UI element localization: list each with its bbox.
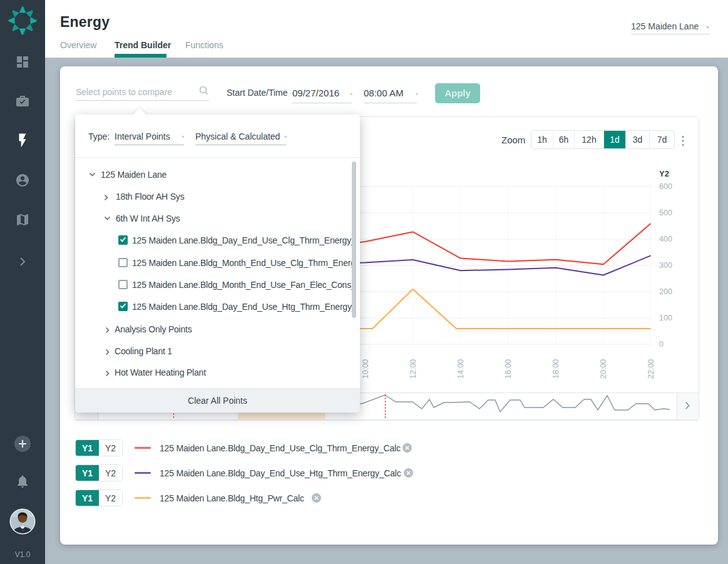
svg-text:Y2: Y2: [659, 169, 669, 178]
svg-text:22:00: 22:00: [647, 359, 655, 379]
svg-text:500: 500: [659, 208, 672, 217]
svg-text:18:00: 18:00: [551, 359, 560, 379]
svg-text:10:00: 10:00: [361, 359, 370, 379]
svg-text:200: 200: [659, 287, 672, 296]
svg-text:16:00: 16:00: [504, 359, 513, 379]
svg-text:20:00: 20:00: [599, 359, 608, 379]
svg-text:400: 400: [659, 235, 672, 244]
svg-text:12:00: 12:00: [409, 359, 418, 379]
svg-text:0: 0: [659, 340, 664, 349]
svg-text:300: 300: [659, 261, 672, 270]
svg-text:100: 100: [659, 314, 672, 322]
svg-text:600: 600: [659, 182, 672, 191]
svg-text:14:00: 14:00: [456, 359, 465, 379]
